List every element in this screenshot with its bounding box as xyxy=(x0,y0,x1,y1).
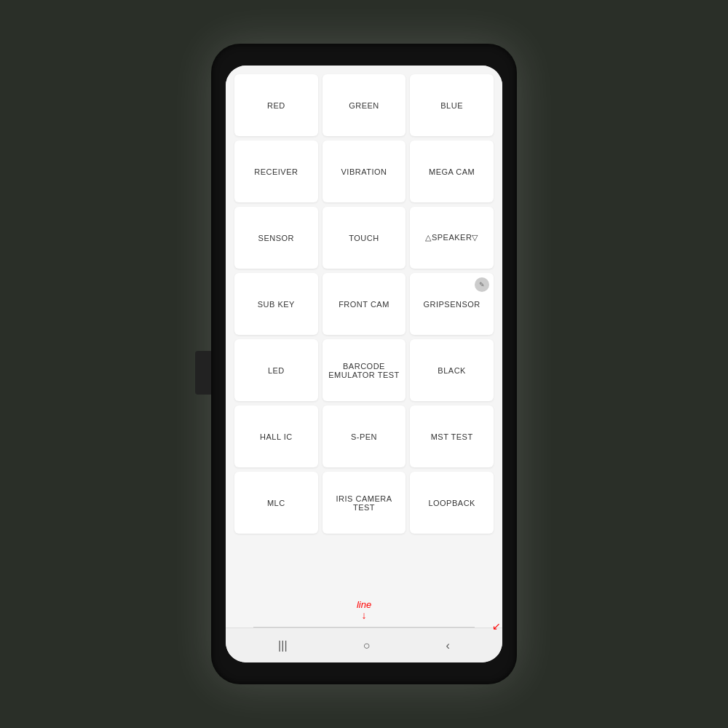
grid-label-vibration: VIBRATION xyxy=(341,167,387,176)
grid-label-mega-cam: MEGA CAM xyxy=(429,167,475,176)
button-grid: REDGREENBLUERECEIVERVIBRATIONMEGA CAMSEN… xyxy=(232,71,496,537)
grid-label-mst-test: MST TEST xyxy=(431,432,473,441)
grid-label-s-pen: S-PEN xyxy=(351,432,377,441)
grid-item-mlc[interactable]: MLC xyxy=(234,472,318,534)
pencil-icon: ✎ xyxy=(475,277,489,292)
navigation-bar: ||| ○ ‹ xyxy=(226,628,502,662)
grid-label-touch: TOUCH xyxy=(349,234,379,242)
grid-item-blue[interactable]: BLUE xyxy=(410,74,494,136)
grid-item-barcode-emulator-test[interactable]: BARCODE EMULATOR TEST xyxy=(323,339,406,401)
grid-item-receiver[interactable]: RECEIVER xyxy=(234,141,318,202)
grid-item-loopback[interactable]: LOOPBACK xyxy=(410,472,494,534)
grid-item-sensor[interactable]: SENSOR xyxy=(234,207,318,269)
grid-label-red: RED xyxy=(267,101,285,110)
grid-item-speaker[interactable]: △SPEAKER▽ xyxy=(410,207,494,269)
grid-item-mega-cam[interactable]: MEGA CAM xyxy=(410,141,494,202)
grid-item-sub-key[interactable]: SUB KEY xyxy=(234,273,318,335)
grid-item-led[interactable]: LED xyxy=(234,339,318,401)
nav-line xyxy=(253,627,475,628)
grid-label-mlc: MLC xyxy=(267,499,285,507)
grid-label-loopback: LOOPBACK xyxy=(428,499,475,507)
grid-item-gripsensor[interactable]: GRIPSENSOR✎ xyxy=(410,273,494,335)
grid-item-s-pen[interactable]: S-PEN xyxy=(323,405,406,467)
grid-label-gripsensor: GRIPSENSOR xyxy=(423,300,480,309)
grid-label-hall-ic: HALL IC xyxy=(260,432,293,441)
grid-label-black: BLACK xyxy=(438,366,466,375)
grid-label-barcode-emulator-test: BARCODE EMULATOR TEST xyxy=(327,362,402,379)
grid-label-blue: BLUE xyxy=(440,101,463,110)
side-button[interactable] xyxy=(195,351,211,395)
grid-item-front-cam[interactable]: FRONT CAM xyxy=(323,273,406,335)
grid-label-sensor: SENSOR xyxy=(258,234,294,242)
grid-item-red[interactable]: RED xyxy=(234,74,318,136)
grid-label-front-cam: FRONT CAM xyxy=(339,300,389,309)
screen-content: REDGREENBLUERECEIVERVIBRATIONMEGA CAMSEN… xyxy=(226,66,502,628)
grid-item-mst-test[interactable]: MST TEST xyxy=(410,405,494,467)
grid-label-led: LED xyxy=(268,366,285,375)
phone-screen: REDGREENBLUERECEIVERVIBRATIONMEGA CAMSEN… xyxy=(226,66,502,662)
phone-frame: REDGREENBLUERECEIVERVIBRATIONMEGA CAMSEN… xyxy=(211,44,517,684)
grid-item-green[interactable]: GREEN xyxy=(323,74,406,136)
recent-apps-icon[interactable]: ||| xyxy=(278,639,287,652)
grid-item-hall-ic[interactable]: HALL IC xyxy=(234,405,318,467)
grid-item-iris-camera-test[interactable]: IRIS CAMERA TEST xyxy=(323,472,406,534)
grid-label-receiver: RECEIVER xyxy=(254,167,298,176)
grid-item-vibration[interactable]: VIBRATION xyxy=(323,141,406,202)
grid-label-green: GREEN xyxy=(349,101,379,110)
grid-item-black[interactable]: BLACK xyxy=(410,339,494,401)
grid-label-iris-camera-test: IRIS CAMERA TEST xyxy=(327,494,402,512)
grid-label-speaker: △SPEAKER▽ xyxy=(425,233,478,242)
back-icon[interactable]: ‹ xyxy=(446,639,450,652)
grid-label-sub-key: SUB KEY xyxy=(258,300,295,309)
home-icon[interactable]: ○ xyxy=(363,639,371,652)
grid-item-touch[interactable]: TOUCH xyxy=(323,207,406,269)
